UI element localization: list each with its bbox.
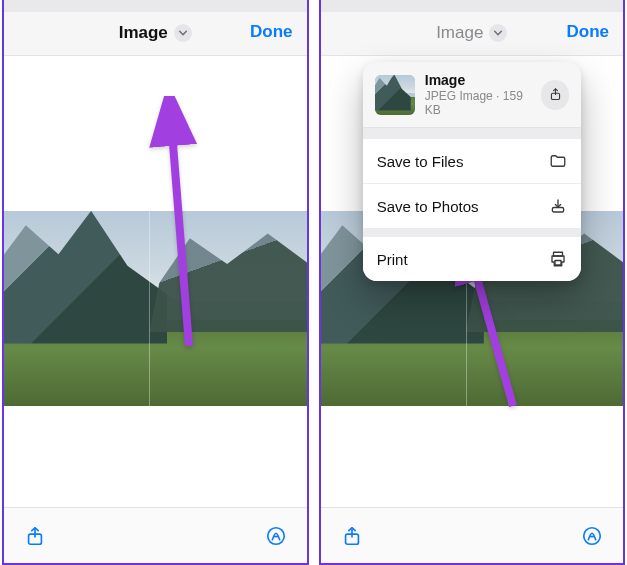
phone-left: Image Done: [2, 0, 309, 565]
markup-icon[interactable]: [575, 519, 609, 553]
menu-divider: [363, 228, 581, 236]
viewer-bottombar: [4, 507, 307, 563]
file-subtitle: JPEG Image · 159 KB: [425, 89, 532, 117]
download-tray-icon: [549, 197, 567, 215]
menu-divider: [363, 128, 581, 138]
viewer-topbar: Image Done: [4, 0, 307, 56]
done-button[interactable]: Done: [250, 22, 293, 42]
image-preview[interactable]: [4, 211, 307, 406]
done-button[interactable]: Done: [567, 22, 610, 42]
file-name: Image: [425, 72, 532, 88]
actions-menu: Image JPEG Image · 159 KB Save to Files: [363, 62, 581, 281]
svg-rect-6: [555, 261, 561, 266]
page-title: Image: [119, 23, 168, 43]
landscape-image: [4, 211, 307, 406]
folder-icon: [549, 152, 567, 170]
image-seam: [149, 211, 150, 406]
menu-item-save-to-files[interactable]: Save to Files: [363, 138, 581, 183]
printer-icon: [549, 250, 567, 268]
file-thumbnail: [375, 75, 415, 115]
menu-item-print[interactable]: Print: [363, 236, 581, 281]
menu-item-save-to-photos[interactable]: Save to Photos: [363, 183, 581, 228]
share-icon[interactable]: [18, 519, 52, 553]
menu-item-label: Save to Files: [377, 153, 464, 170]
menu-item-label: Print: [377, 251, 408, 268]
markup-icon[interactable]: [259, 519, 293, 553]
viewer-topbar: Image Done: [321, 0, 624, 56]
file-meta: Image JPEG Image · 159 KB: [425, 72, 532, 117]
chevron-down-icon[interactable]: [174, 24, 192, 42]
viewer-content: Image JPEG Image · 159 KB Save to Files: [321, 56, 624, 507]
viewer-bottombar: [321, 507, 624, 563]
share-icon[interactable]: [541, 80, 568, 110]
svg-rect-4: [552, 208, 563, 213]
share-icon[interactable]: [335, 519, 369, 553]
phone-right: Image Done Image JPEG Image · 159 KB: [319, 0, 626, 565]
chevron-down-icon[interactable]: [489, 24, 507, 42]
page-title: Image: [436, 23, 483, 43]
menu-item-label: Save to Photos: [377, 198, 479, 215]
menu-header: Image JPEG Image · 159 KB: [363, 62, 581, 128]
screenshot-pair: Image Done: [0, 0, 627, 565]
viewer-content: [4, 56, 307, 507]
